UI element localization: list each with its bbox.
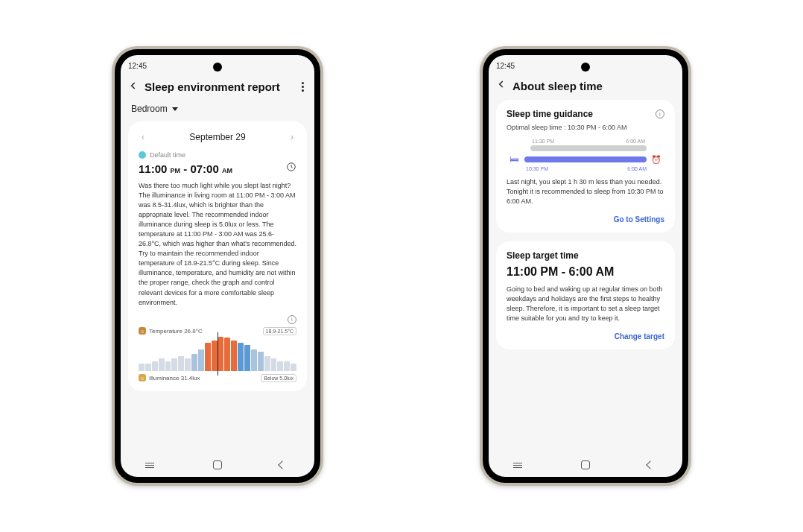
report-card: ‹ September 29 › Default time 11:00 PM (128, 121, 307, 391)
guidance-title: Sleep time guidance (507, 109, 593, 119)
page-title: About sleep time (512, 80, 675, 92)
temperature-range-badge: 18.9-21.5°C (263, 327, 296, 335)
temperature-bars (139, 337, 296, 371)
camera-punchhole (581, 63, 590, 72)
temperature-label: Temperature 26.8°C (149, 328, 203, 335)
chart-info-button[interactable]: i (288, 315, 296, 324)
default-time-dot-icon (139, 151, 146, 159)
optimal-time-text: Optimal sleep time : 10:30 PM - 6:00 AM (507, 124, 664, 131)
sleep-target-card: Sleep target time 11:00 PM - 6:00 AM Goi… (496, 241, 675, 349)
back-button[interactable] (128, 80, 139, 94)
edit-time-button[interactable] (286, 162, 296, 175)
sleep-timeline: 11:30 PM 6:00 AM 🛏 ⏰ 10:30 PM (507, 139, 664, 171)
prev-day-button[interactable]: ‹ (139, 130, 147, 144)
room-label: Bedroom (131, 104, 168, 114)
status-time: 12:45 (128, 62, 147, 70)
nav-home-button[interactable] (210, 460, 225, 469)
nav-recents-button[interactable] (513, 463, 528, 468)
page-title: Sleep environment report (145, 80, 293, 93)
default-time-label: Default time (150, 151, 185, 159)
nav-back-button[interactable] (275, 462, 290, 468)
temperature-chart: ⌂ Temperature 26.8°C 18.9-21.5°C ⌂ Illum… (139, 327, 296, 382)
optimal-sleep-bar (524, 156, 647, 162)
status-time: 12:45 (496, 62, 515, 70)
camera-punchhole (213, 63, 222, 72)
guidance-info-button[interactable]: i (656, 110, 664, 118)
change-target-link[interactable]: Change target (615, 332, 664, 341)
app-header: About sleep time (489, 75, 682, 100)
system-navbar (121, 453, 314, 477)
target-time-value: 11:00 PM - 6:00 AM (507, 265, 664, 279)
phone-frame-left: 12:45 Sleep environment report Bedroom (112, 46, 323, 486)
optimal-start-label: 10:30 PM (526, 166, 548, 171)
nav-recents-button[interactable] (145, 463, 160, 468)
bed-icon: 🛏 (510, 154, 521, 165)
home-icon: ⌂ (139, 374, 146, 381)
actual-end-label: 6:00 AM (626, 139, 645, 144)
phone-frame-right: 12:45 About sleep time Sleep time guidan… (480, 46, 691, 486)
alarm-icon: ⏰ (650, 155, 661, 165)
optimal-end-label: 6:00 AM (627, 166, 647, 171)
illuminance-range-badge: Below 5.0lux (261, 374, 296, 382)
app-header: Sleep environment report (121, 75, 314, 102)
actual-sleep-bar (530, 145, 647, 151)
caret-down-icon (172, 107, 178, 111)
next-day-button[interactable]: › (288, 130, 296, 144)
target-body-text: Going to bed and waking up at regular ti… (507, 285, 664, 323)
date-label: September 29 (189, 132, 245, 142)
sleep-guidance-card: Sleep time guidance i Optimal sleep time… (496, 100, 675, 232)
sleep-time-range: 11:00 PM - 07:00 AM (139, 162, 232, 175)
report-body-text: Was there too much light while you slept… (139, 181, 296, 308)
guidance-body-text: Last night, you slept 1 h 30 m less than… (507, 177, 664, 206)
nav-back-button[interactable] (643, 462, 658, 468)
illuminance-label: Illuminance 31.4lux (149, 375, 200, 381)
target-title: Sleep target time (507, 250, 664, 261)
home-icon: ⌂ (139, 327, 146, 335)
system-navbar (489, 453, 682, 477)
more-menu-button[interactable] (299, 79, 307, 95)
back-button[interactable] (496, 79, 507, 92)
nav-home-button[interactable] (578, 460, 593, 469)
actual-start-label: 11:30 PM (532, 139, 554, 144)
room-selector[interactable]: Bedroom (128, 102, 307, 121)
go-to-settings-link[interactable]: Go to Settings (614, 215, 664, 224)
